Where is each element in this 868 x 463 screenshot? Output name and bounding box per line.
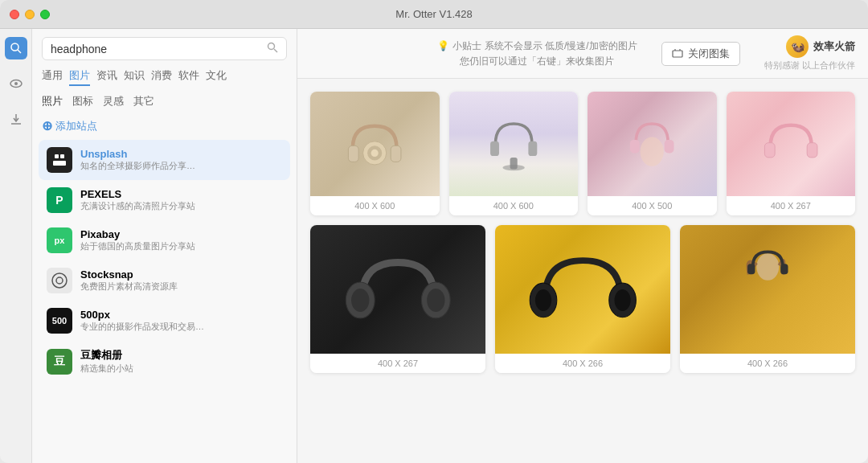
headphone-svg-5	[337, 244, 460, 334]
app-body: 通用 图片 资讯 知识 消费 软件 文化 照片 图标 灵感 其它 ⊕ 添加站点	[0, 29, 868, 463]
unsplash-name: Unsplash	[80, 148, 195, 160]
svg-rect-29	[807, 142, 817, 157]
sidebar-icon-eye[interactable]	[5, 72, 27, 95]
image-card-1[interactable]: 400 X 600	[310, 92, 440, 215]
headphone-svg-1	[330, 108, 420, 181]
search-input[interactable]	[51, 43, 267, 55]
filter-tab-news[interactable]: 资讯	[96, 67, 117, 86]
headphone-svg-2	[469, 108, 559, 181]
svg-rect-9	[60, 154, 64, 158]
svg-point-32	[351, 289, 369, 312]
svg-rect-26	[665, 140, 674, 153]
image-card-4[interactable]: 400 X 267	[727, 92, 856, 215]
right-panel: 💡 小贴士 系统不会显示 低质/慢速/加密的图片 您仍旧可以通过「右键」来收集图…	[297, 29, 868, 463]
traffic-lights	[10, 10, 50, 19]
title-bar: Mr. Otter V1.428	[0, 0, 868, 29]
image-card-7[interactable]: 400 X 266	[680, 225, 855, 373]
sub-tab-photos[interactable]: 照片	[42, 92, 63, 110]
headphone-svg-3	[607, 108, 697, 181]
maximize-button[interactable]	[40, 10, 50, 19]
sub-tab-icons[interactable]: 图标	[72, 92, 93, 110]
image-thumb-2	[449, 92, 579, 196]
source-item-pexels[interactable]: P PEXELS 充满设计感的高清照片分享站	[39, 180, 290, 220]
image-grid-row1: 400 X 600 400 X 600	[310, 92, 855, 215]
source-item-stocksnap[interactable]: Stocksnap 免费图片素材高清资源库	[39, 260, 290, 301]
svg-rect-28	[764, 142, 775, 157]
notice-line-1: 💡 小贴士 系统不会显示 低质/慢速/加密的图片	[437, 39, 637, 53]
close-gallery-label: 关闭图集	[688, 47, 730, 61]
filter-tab-consume[interactable]: 消费	[151, 67, 172, 86]
svg-rect-10	[53, 161, 66, 166]
sidebar-icon-search[interactable]	[5, 37, 27, 59]
unsplash-info: Unsplash 知名的全球摄影师作品分享…	[80, 148, 195, 172]
svg-rect-40	[780, 264, 788, 274]
image-card-2[interactable]: 400 X 600	[449, 92, 579, 215]
image-label-3: 400 X 500	[588, 196, 717, 215]
image-grid-container: 400 X 600 400 X 600	[297, 79, 868, 463]
pexels-name: PEXELS	[80, 188, 195, 200]
window-title: Mr. Otter V1.428	[395, 8, 472, 20]
image-thumb-6	[495, 225, 670, 354]
add-site-label: 添加站点	[55, 119, 97, 133]
image-label-5: 400 X 267	[310, 354, 485, 373]
filter-tab-knowledge[interactable]: 知识	[124, 67, 145, 86]
search-icon[interactable]	[267, 42, 278, 55]
pixabay-name: Pixabay	[80, 228, 195, 240]
svg-rect-21	[490, 141, 499, 155]
pixabay-desc: 始于德国的高质量图片分享站	[80, 240, 195, 252]
image-label-6: 400 X 266	[495, 354, 670, 373]
sub-filter-tabs: 照片 图标 灵感 其它	[32, 91, 297, 115]
right-info: 🦦 效率火箭 特别感谢 以上合作伙伴	[764, 35, 855, 72]
svg-point-0	[11, 43, 18, 51]
douban-logo: 豆	[47, 349, 72, 375]
sub-tab-inspiration[interactable]: 灵感	[103, 92, 124, 110]
image-label-7: 400 X 266	[680, 354, 855, 373]
svg-rect-25	[630, 140, 640, 153]
svg-point-20	[371, 149, 379, 156]
source-item-douban[interactable]: 豆 豆瓣相册 精选集的小站	[39, 341, 290, 382]
image-label-1: 400 X 600	[310, 196, 440, 215]
image-card-6[interactable]: 400 X 266	[495, 225, 670, 373]
filter-tab-image[interactable]: 图片	[69, 67, 90, 86]
image-label-4: 400 X 267	[727, 196, 856, 215]
otter-logo: 🦦	[786, 35, 809, 58]
filter-tab-software[interactable]: 软件	[178, 67, 199, 86]
source-item-pixabay[interactable]: px Pixabay 始于德国的高质量图片分享站	[39, 220, 290, 260]
sub-tab-other[interactable]: 其它	[133, 92, 154, 110]
source-item-500px[interactable]: 500 500px 专业的的摄影作品发现和交易…	[39, 301, 290, 341]
close-gallery-button[interactable]: 关闭图集	[661, 42, 740, 66]
image-card-3[interactable]: 400 X 500	[588, 92, 717, 215]
svg-point-36	[535, 289, 551, 311]
close-button[interactable]	[10, 10, 19, 19]
500px-info: 500px 专业的的摄影作品发现和交易…	[80, 309, 204, 333]
douban-name: 豆瓣相册	[80, 348, 133, 363]
filter-tab-culture[interactable]: 文化	[206, 67, 227, 86]
svg-line-1	[18, 50, 21, 53]
source-list: Unsplash 知名的全球摄影师作品分享… P PEXELS 充满设计感的高清…	[32, 140, 297, 463]
image-label-2: 400 X 600	[449, 196, 579, 215]
minimize-button[interactable]	[25, 10, 35, 19]
svg-rect-13	[673, 51, 682, 57]
svg-rect-17	[391, 145, 401, 162]
notice-text-1: 小贴士 系统不会显示 低质/慢速/加密的图片	[452, 39, 637, 53]
svg-rect-16	[348, 145, 358, 162]
500px-logo: 500	[47, 308, 72, 334]
svg-point-11	[52, 273, 67, 288]
source-item-unsplash[interactable]: Unsplash 知名的全球摄影师作品分享…	[39, 140, 290, 180]
image-card-5[interactable]: 400 X 267	[310, 225, 485, 373]
add-site-button[interactable]: ⊕ 添加站点	[32, 115, 297, 140]
svg-rect-8	[55, 154, 59, 158]
pexels-desc: 充满设计感的高清照片分享站	[80, 200, 195, 212]
headphone-svg-4	[746, 108, 836, 181]
image-grid-row2: 400 X 267 400 X 266	[310, 225, 855, 373]
image-thumb-3	[588, 92, 717, 196]
filter-tab-general[interactable]: 通用	[42, 67, 63, 86]
douban-info: 豆瓣相册 精选集的小站	[80, 348, 133, 375]
search-bar	[32, 29, 297, 67]
notice-text-2: 您仍旧可以通过「右键」来收集图片	[460, 55, 614, 68]
right-info-name: 效率火箭	[813, 39, 855, 54]
svg-rect-39	[747, 264, 755, 274]
add-site-plus-icon: ⊕	[42, 118, 52, 133]
svg-point-33	[427, 289, 444, 312]
sidebar-icon-download[interactable]	[5, 108, 27, 130]
